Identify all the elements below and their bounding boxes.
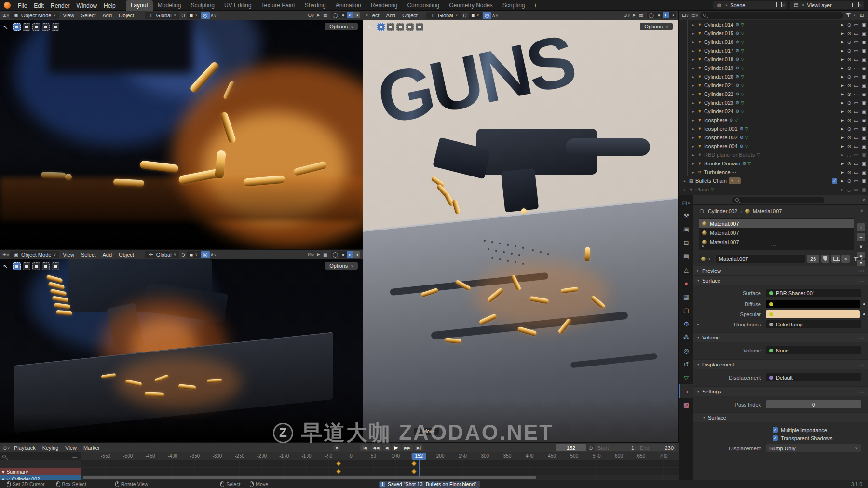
new-viewlayer-icon[interactable] xyxy=(852,3,856,7)
keyframe-diamond[interactable] xyxy=(337,469,341,474)
filter-icon[interactable] xyxy=(846,13,851,17)
screen-visibility-icon[interactable]: ▭ xyxy=(854,152,858,158)
shading-wireframe-icon[interactable]: ◯ xyxy=(331,12,340,18)
select-arrow-icon[interactable]: ➤ xyxy=(840,144,844,149)
eye-icon[interactable]: ⊙ xyxy=(847,109,851,114)
grip-icon[interactable]: ∷∷ xyxy=(859,362,864,367)
modifier-wrench-icon[interactable]: ⚙ xyxy=(735,92,739,96)
outliner-item-plane[interactable]: ▸▼Plane▽➤◡▭▣ xyxy=(679,185,868,194)
render-view-bullets-macro[interactable] xyxy=(0,20,363,250)
expand-icon[interactable]: ▸ xyxy=(691,109,696,114)
screen-visibility-icon[interactable]: ▭ xyxy=(854,178,858,184)
eye-icon[interactable]: ⊙ xyxy=(847,57,851,62)
mesh-data-icon[interactable]: ▽ xyxy=(741,40,744,44)
modifier-wrench-icon[interactable]: ⚙ xyxy=(729,118,733,122)
channel-summary[interactable]: ▾Summary xyxy=(0,468,81,475)
select-mode-invert-icon[interactable] xyxy=(42,262,50,270)
slot-specials-icon[interactable]: ∨ xyxy=(857,243,865,251)
mesh-data-icon[interactable]: ▽ xyxy=(757,152,760,157)
workspace-tab-modeling[interactable]: Modeling xyxy=(153,0,186,11)
outliner-item-icosphere-001[interactable]: ▸▼Icosphere.001⚙▽➤⊙▭▣ xyxy=(679,124,868,133)
select-arrow-icon[interactable]: ➤ xyxy=(840,66,844,71)
shading-wireframe-icon[interactable]: ◯ xyxy=(647,12,656,18)
timeline-menu-marker[interactable]: Marker xyxy=(80,445,103,451)
eye-icon[interactable]: ⊙ xyxy=(847,118,851,123)
workspace-tab-shading[interactable]: Shading xyxy=(300,0,331,11)
grip-icon[interactable]: ∷∷ xyxy=(771,244,776,249)
channel-track[interactable] xyxy=(81,468,679,475)
expand-icon[interactable]: ▸ xyxy=(691,23,696,27)
expand-icon[interactable]: ▸ xyxy=(691,127,696,131)
editor-type-icon[interactable]: ⊟∨ xyxy=(682,13,689,18)
options-button[interactable]: Options∨ xyxy=(325,262,358,270)
mesh-data-icon[interactable]: ▽ xyxy=(741,92,744,96)
section-surface-cycles[interactable]: ▾ Surface xyxy=(693,412,868,422)
camera-visibility-icon[interactable]: ▣ xyxy=(862,178,866,184)
active-tool-icon[interactable]: ↖ xyxy=(3,24,8,31)
end-frame-field[interactable]: End230 xyxy=(637,444,676,451)
select-arrow-icon[interactable]: ➤ xyxy=(840,83,844,88)
expand-icon[interactable]: ▸ xyxy=(691,57,696,62)
eye-icon[interactable]: ⊙ xyxy=(847,178,851,184)
expand-icon[interactable]: ▸ xyxy=(691,162,696,166)
mesh-data-icon[interactable]: ▽ xyxy=(741,74,744,79)
viewlayer-name[interactable]: ViewLayer xyxy=(807,2,850,8)
display-mode-icon[interactable]: ▤∨ xyxy=(691,13,698,18)
scene-name[interactable]: Scene xyxy=(730,2,773,8)
menu-file[interactable]: File xyxy=(14,2,30,9)
xray-toggle-icon[interactable]: ▦ xyxy=(322,252,329,257)
select-arrow-icon[interactable]: ➤ xyxy=(840,31,844,36)
shading-rendered-icon[interactable]: ◑ xyxy=(353,12,360,18)
select-arrow-icon[interactable]: ➤ xyxy=(840,152,844,158)
orientation-dropdown[interactable]: ✛ Global ∨ xyxy=(426,12,461,19)
select-mode-extend-icon[interactable] xyxy=(23,23,30,31)
transparent-shadows-checkbox[interactable]: ✓ xyxy=(773,435,778,441)
falloff-curve-icon[interactable]: ↝ xyxy=(732,170,736,175)
mesh-data-icon[interactable]: ▽ xyxy=(741,83,744,88)
outliner-item-cylinder-015[interactable]: ▸▼Cylinder.015⚙▽➤⊙▭▣ xyxy=(679,29,868,38)
section-surface[interactable]: ▾ Surface∷∷ xyxy=(693,275,868,285)
displacement-method-dropdown[interactable]: Bump Only ∨ xyxy=(766,444,861,452)
pass-index-field[interactable]: 0 xyxy=(766,400,861,408)
specular-color-swatch[interactable] xyxy=(766,310,860,318)
outliner-item-cylinder-023[interactable]: ▸▼Cylinder.023⚙▽➤⊙▭▣ xyxy=(679,98,868,107)
select-mode-intersect-icon[interactable] xyxy=(416,23,423,31)
mesh-data-icon[interactable]: ▽ xyxy=(745,126,748,131)
select-arrow-icon[interactable]: ➤ xyxy=(840,178,844,184)
eye-icon[interactable]: ⊙ xyxy=(847,92,851,97)
viewport-menu-view[interactable]: View xyxy=(59,252,78,258)
select-arrow-icon[interactable]: ➤ xyxy=(840,92,844,97)
camera-visibility-icon[interactable]: ▣ xyxy=(862,74,866,80)
camera-visibility-icon[interactable]: ▣ xyxy=(862,22,866,27)
proportional-editing-icon[interactable]: ◎ xyxy=(483,12,491,19)
expand-icon[interactable]: ▸ xyxy=(682,179,688,183)
workspace-tab-sculpting[interactable]: Sculpting xyxy=(186,0,219,11)
viewport-bottom-left[interactable]: ⊞∨ ▣ Object Mode ∨ ViewSelectAddObject ✛… xyxy=(0,250,363,443)
roughness-field[interactable]: ColorRamp xyxy=(766,320,861,328)
mesh-data-icon[interactable]: ▽ xyxy=(741,31,744,36)
outliner-item-turbulence[interactable]: ▸≋Turbulence↝➤⊙▭▣ xyxy=(679,168,868,176)
mesh-data-icon[interactable]: ▽ xyxy=(741,57,744,62)
screen-visibility-icon[interactable]: ▭ xyxy=(854,92,858,97)
timeline-scrollbar[interactable] xyxy=(83,476,536,479)
outliner-item-cylinder-021[interactable]: ▸▼Cylinder.021⚙▽➤⊙▭▣ xyxy=(679,81,868,90)
tab-view-layer-icon[interactable]: ▤ xyxy=(679,249,693,263)
tab-tool-icon[interactable]: ⚒ xyxy=(679,209,693,222)
screen-visibility-icon[interactable]: ▭ xyxy=(854,48,858,54)
eye-icon[interactable]: ⊙ xyxy=(847,40,851,45)
workspace-tab-animation[interactable]: Animation xyxy=(331,0,366,11)
menu-help[interactable]: Help xyxy=(100,2,119,9)
saved-report[interactable]: i Saved "Shot 13- Bullets on Floor.blend… xyxy=(379,481,480,488)
expand-icon[interactable]: ▸ xyxy=(691,92,696,96)
camera-visibility-icon[interactable]: ▣ xyxy=(862,161,866,166)
modifier-wrench-icon[interactable]: ⚙ xyxy=(740,144,744,149)
new-scene-icon[interactable] xyxy=(775,3,779,7)
screen-visibility-icon[interactable]: ▭ xyxy=(854,22,858,27)
outliner-item-icosphere[interactable]: ▸▼Icosphere⚙▽➤⊙▭▣ xyxy=(679,116,868,124)
active-tool-icon[interactable]: ↖ xyxy=(367,24,372,31)
outliner-item-icosphere-002[interactable]: ▸▼Icosphere.002⚙▽➤⊙▭▣ xyxy=(679,133,868,142)
editor-type-icon[interactable]: ◷∨ xyxy=(3,445,10,450)
screen-visibility-icon[interactable]: ▭ xyxy=(854,57,858,62)
editor-type-icon[interactable]: ⊟∨ xyxy=(679,197,693,209)
eye-icon[interactable]: ⊙ xyxy=(847,83,851,88)
